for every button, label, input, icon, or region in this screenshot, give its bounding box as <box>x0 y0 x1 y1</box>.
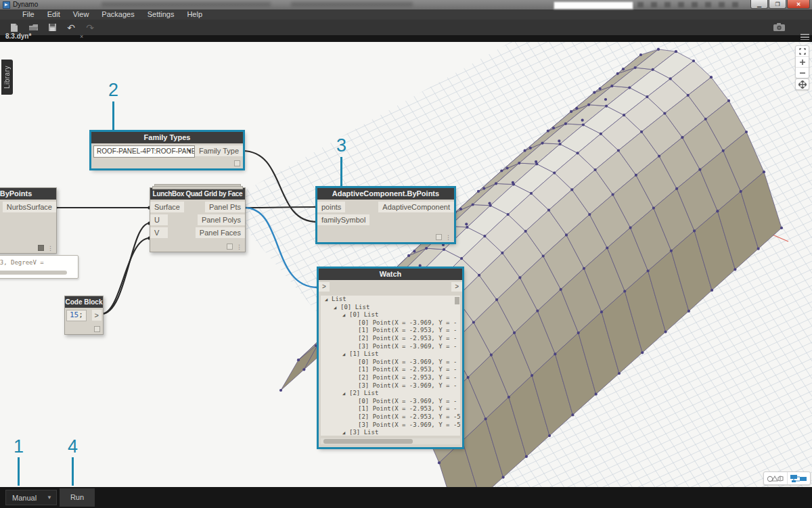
code-block-value[interactable]: 15; <box>66 310 87 321</box>
more-options-icon[interactable]: ⋮ <box>445 235 451 240</box>
menu-help[interactable]: Help <box>187 9 202 20</box>
wire-panelpts-to-points[interactable] <box>244 207 317 208</box>
watch-row[interactable]: [0] Point(X = -3.969, Y = - <box>321 398 460 406</box>
node-code-block[interactable]: Code Block 15; > <box>64 296 104 335</box>
expand-triangle-icon[interactable]: ◢ <box>342 351 349 359</box>
menu-settings[interactable]: Settings <box>148 9 175 20</box>
more-options-icon[interactable]: ⋮ <box>47 246 53 251</box>
watch-row[interactable]: [0] Point(X = -3.969, Y = - <box>321 359 460 367</box>
graph-view-button[interactable] <box>787 472 811 484</box>
open-file-icon[interactable] <box>24 22 42 34</box>
node-title[interactable]: Watch <box>319 269 462 280</box>
undo-icon[interactable]: ↶ <box>62 22 80 34</box>
node-adaptivecomponent-bypoints[interactable]: AdaptiveComponent.ByPoints points Adapti… <box>317 187 455 243</box>
watch-row[interactable]: [2] Point(X = -2.953, Y = - <box>321 374 460 382</box>
watch-row[interactable]: [3] Point(X = -3.969, Y = -5 <box>321 421 460 430</box>
redo-icon[interactable]: ↷ <box>81 22 99 34</box>
hamburger-menu-icon[interactable] <box>800 34 809 40</box>
maximize-button[interactable]: ❐ <box>769 0 786 9</box>
expand-triangle-icon[interactable]: ◢ <box>342 312 349 320</box>
watch-list[interactable]: ◢List◢[0] List◢[0] List[0] Point(X = -3.… <box>321 296 460 436</box>
tab-close-icon[interactable]: × <box>80 33 83 40</box>
port-out-code[interactable]: > <box>92 310 102 321</box>
watch-row[interactable]: ◢[1] List <box>321 350 460 359</box>
menu-file[interactable]: File <box>22 9 35 20</box>
watch-row[interactable]: ◢[0] List <box>321 304 460 312</box>
wire-codeblock-to-u[interactable] <box>102 223 150 314</box>
camera-export-icon[interactable] <box>773 22 785 34</box>
preview-scrollbar[interactable] <box>0 271 67 275</box>
wire-panelpts-to-watch-selected[interactable] <box>244 208 318 287</box>
watch-row[interactable]: [0] Point(X = -3.969, Y = - <box>321 319 460 327</box>
watch-row[interactable]: [1] Point(X = -2.953, Y = - <box>321 405 460 413</box>
port-in-surface[interactable]: Surface <box>150 202 184 212</box>
preview-checkbox[interactable] <box>227 244 233 250</box>
preview-checkbox[interactable] <box>436 234 442 240</box>
geometry-view-button[interactable] <box>764 472 787 484</box>
node-title[interactable]: Family Types <box>91 132 243 143</box>
zoom-in-button[interactable] <box>796 56 809 67</box>
watch-row[interactable]: [2] Point(X = -2.953, Y = -5 <box>321 413 460 421</box>
workspace-tab[interactable]: 8.3.dyn* <box>5 32 31 40</box>
port-out-nurbssurface[interactable]: NurbsSurface <box>3 202 56 212</box>
titlebar: Dynamo ▁ ❐ ✕ <box>0 0 812 9</box>
port-out-adaptivecomponent[interactable]: AdaptiveComponent <box>378 202 454 212</box>
node-lunchbox-quad-grid[interactable]: LunchBox Quad Grid by Face Surface Panel… <box>150 187 246 252</box>
close-button[interactable]: ✕ <box>787 0 810 9</box>
watch-row[interactable]: [1] Point(X = -2.953, Y = - <box>321 366 460 374</box>
preview-checkbox[interactable] <box>94 326 100 332</box>
library-panel-tab[interactable]: Library <box>1 60 13 95</box>
zoom-fit-button[interactable] <box>796 46 809 56</box>
port-in-v[interactable]: V <box>150 227 168 238</box>
port-out-panel-faces[interactable]: Panel Faces <box>196 227 245 238</box>
run-button[interactable]: Run <box>60 488 95 507</box>
watch-horizontal-scrollbar[interactable] <box>321 438 460 444</box>
node-nurbssurface-bypoints[interactable]: face.ByPoints NurbsSurface ⋮ <box>0 187 57 254</box>
node-title[interactable]: AdaptiveComponent.ByPoints <box>317 188 454 200</box>
new-file-icon[interactable] <box>5 22 23 34</box>
port-out-family-type[interactable]: Family Type <box>195 145 243 156</box>
chevron-down-icon: ▼ <box>187 146 192 156</box>
expand-triangle-icon[interactable]: ◢ <box>325 296 332 304</box>
watch-row[interactable]: [3] Point(X = -3.969, Y = - <box>321 382 460 390</box>
watch-vertical-scrollbar[interactable] <box>455 297 459 304</box>
port-out-watch[interactable]: > <box>451 282 462 292</box>
port-in-points[interactable]: points <box>317 202 345 212</box>
more-options-icon[interactable]: ⋮ <box>236 244 242 250</box>
preview-checkbox[interactable] <box>38 245 44 251</box>
port-in-u[interactable]: U <box>150 214 168 225</box>
node-watch[interactable]: Watch > > ◢List◢[0] List◢[0] List[0] Poi… <box>318 268 463 448</box>
expand-triangle-icon[interactable]: ◢ <box>342 390 349 398</box>
save-icon[interactable] <box>43 22 61 34</box>
run-mode-dropdown[interactable]: Manual ▼ <box>5 490 57 505</box>
watch-row[interactable]: [3] Point(X = -3.969, Y = - <box>321 343 460 351</box>
menu-edit[interactable]: Edit <box>47 9 60 20</box>
menu-view[interactable]: View <box>73 9 89 20</box>
watch-row[interactable]: ◢[3] List <box>321 429 460 436</box>
node-title[interactable]: LunchBox Quad Grid by Face <box>150 188 245 200</box>
port-in-watch[interactable]: > <box>319 282 330 292</box>
watch-row[interactable]: [2] Point(X = -2.953, Y = - <box>321 335 460 343</box>
node-title[interactable]: Code Block <box>65 296 103 308</box>
node-title[interactable]: face.ByPoints <box>0 188 56 200</box>
expand-triangle-icon[interactable]: ◢ <box>334 304 340 313</box>
wire-familytype-to-familysymbol[interactable] <box>242 151 317 222</box>
port-out-panel-pts[interactable]: Panel Pts <box>205 202 245 212</box>
graph-canvas[interactable]: Library face.ByPoints NurbsSurface ⋮ egr… <box>0 42 812 487</box>
family-type-dropdown[interactable]: ROOF-PANEL-4PT:ROOF-PANEL-4PT ▼ <box>93 145 195 158</box>
watch-row[interactable]: ◢[0] List <box>321 311 460 319</box>
expand-triangle-icon[interactable]: ◢ <box>342 430 349 436</box>
preview-checkbox[interactable] <box>234 160 240 166</box>
port-in-familysymbol[interactable]: familySymbol <box>317 214 369 225</box>
node-family-types[interactable]: Family Types ROOF-PANEL-4PT:ROOF-PANEL-4… <box>91 131 244 169</box>
pan-button[interactable] <box>796 79 809 89</box>
watch-row[interactable]: ◢[2] List <box>321 390 460 398</box>
port-out-panel-polys[interactable]: Panel Polys <box>198 214 245 225</box>
watch-row[interactable]: ◢List <box>321 296 460 304</box>
menubar: File Edit View Packages Settings Help <box>0 9 812 20</box>
minimize-button[interactable]: ▁ <box>750 0 768 9</box>
scrollbar-thumb[interactable] <box>323 439 413 444</box>
zoom-out-button[interactable] <box>796 67 809 78</box>
watch-row[interactable]: [1] Point(X = -2.953, Y = - <box>321 327 460 335</box>
menu-packages[interactable]: Packages <box>102 9 134 20</box>
